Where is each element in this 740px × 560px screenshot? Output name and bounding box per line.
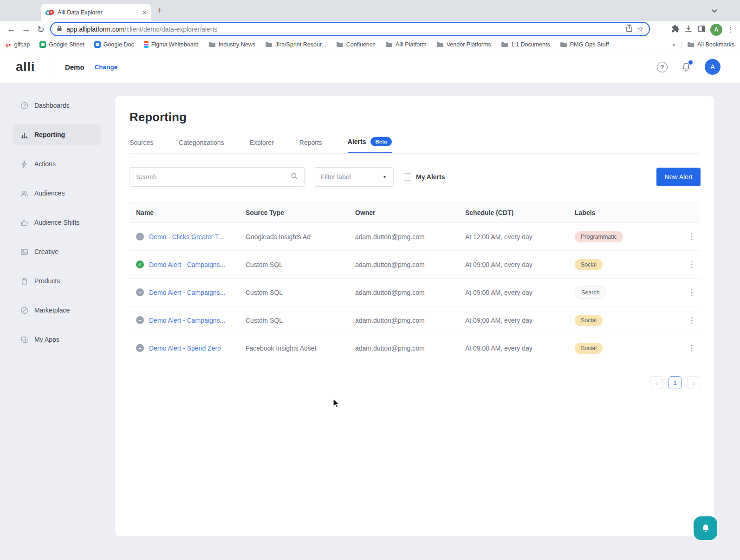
tab-search-chevron-icon[interactable] (711, 7, 718, 15)
tab-reports[interactable]: Reports (299, 139, 322, 153)
compass-icon (20, 306, 28, 314)
col-source-type: Source Type (246, 209, 355, 216)
tab-close-icon[interactable] (143, 8, 147, 16)
bookmark-item[interactable]: Google Doc (94, 41, 134, 48)
side-panel-icon[interactable] (697, 25, 706, 35)
sidebar-item-reporting[interactable]: Reporting (13, 124, 101, 145)
announcements-fab[interactable] (694, 516, 717, 540)
mouse-cursor (332, 398, 341, 410)
gauge-icon (20, 102, 28, 110)
change-client-link[interactable]: Change (95, 64, 118, 71)
my-alerts-checkbox[interactable] (404, 173, 411, 181)
browser-tab[interactable]: 6 Alli Data Explorer (41, 4, 151, 21)
url-bar[interactable]: app.alliplatform.com/client/demo/data-ex… (50, 22, 650, 36)
table-row: Demo Alert - Campaigns... Custom SQL ada… (129, 279, 700, 306)
my-alerts-label: My Alerts (416, 173, 445, 181)
chrome-menu-icon[interactable] (727, 25, 734, 34)
sidebar-item-marketplace[interactable]: Marketplace (13, 300, 101, 321)
prev-page-button[interactable] (650, 376, 663, 389)
label-pill: Social (575, 315, 603, 326)
schedule-cell: At 09:00 AM, every day (465, 261, 575, 268)
divider (681, 41, 682, 48)
all-bookmarks[interactable]: All Bookmarks (687, 41, 734, 48)
bookmark-folder[interactable]: Industry News (208, 41, 255, 48)
sidebar: Dashboards Reporting Actions Audiences A… (0, 83, 115, 560)
filter-label-select[interactable]: Filter label (314, 167, 394, 187)
alert-name-link[interactable]: Demo Alert - Campaigns... (149, 289, 225, 296)
new-tab-button[interactable] (157, 5, 162, 16)
extensions-puzzle-icon[interactable] (671, 25, 680, 35)
search-input[interactable]: Search (130, 167, 305, 187)
folder-icon (436, 41, 444, 47)
forward-button[interactable] (19, 23, 32, 36)
table-row: Demo Alert - Campaigns... Custom SQL ada… (129, 251, 700, 279)
google-doc-icon (94, 41, 101, 48)
sidebar-item-products[interactable]: Products (13, 270, 101, 292)
source-type-cell: Googleads Insights Ad (246, 233, 355, 241)
user-avatar[interactable]: A (705, 59, 721, 75)
share-icon[interactable] (626, 24, 633, 34)
current-page-button[interactable]: 1 (669, 376, 682, 389)
browser-tabstrip: 6 Alli Data Explorer (0, 0, 740, 21)
col-schedule: Schedule (CDT) (465, 209, 575, 216)
search-icon (291, 172, 298, 182)
tab-categorizations[interactable]: Categorizations (179, 139, 224, 153)
downloads-icon[interactable] (684, 25, 693, 35)
bookmark-folder[interactable]: 1:1 Documents (501, 41, 550, 48)
alert-name-link[interactable]: Demo Alert - Campaigns... (149, 261, 225, 268)
bookmark-star-icon[interactable] (637, 25, 643, 33)
table-row: Demo Alert - Campaigns... Custom SQL ada… (129, 306, 700, 334)
owner-cell: adam.dutton@pmg.com (355, 345, 465, 352)
row-actions-menu-icon[interactable] (683, 287, 700, 297)
label-pill: Social (575, 259, 603, 270)
sidebar-item-my-apps[interactable]: My Apps (13, 329, 101, 350)
shopping-bag-icon (20, 277, 28, 285)
sidebar-item-audiences[interactable]: Audiences (13, 182, 101, 204)
folder-icon (385, 41, 393, 47)
bookmark-item[interactable]: Figma Whiteboard (144, 41, 199, 48)
owner-cell: adam.dutton@pmg.com (355, 261, 465, 268)
sidebar-item-actions[interactable]: Actions (13, 153, 101, 175)
back-button[interactable] (5, 23, 18, 36)
row-actions-menu-icon[interactable] (683, 232, 700, 241)
bookmark-folder[interactable]: PMG Ops Stuff (560, 41, 609, 48)
bookmark-item[interactable]: gifcap (6, 41, 30, 48)
bookmark-folder[interactable]: Jira/Sprint Resour... (265, 41, 326, 48)
source-type-cell: Facebook Insights Adset (246, 345, 355, 352)
chrome-profile-avatar[interactable]: A (710, 24, 722, 36)
table-row: Demo - Clicks Greater T... Googleads Ins… (129, 223, 700, 251)
new-alert-button[interactable]: New Alert (656, 168, 701, 186)
bookmark-folder[interactable]: Alli Platform (385, 41, 427, 48)
bookmark-folder[interactable]: Confluence (336, 41, 376, 48)
row-actions-menu-icon[interactable] (683, 343, 700, 353)
row-actions-menu-icon[interactable] (683, 260, 700, 269)
bookmark-folder[interactable]: Vendor Platforms (436, 41, 491, 48)
tab-alerts[interactable]: AlertsBeta (348, 137, 392, 153)
divider (50, 58, 50, 76)
bookmark-item[interactable]: Google Sheet (39, 41, 84, 48)
alli-logo[interactable]: alli (16, 59, 35, 74)
alert-name-link[interactable]: Demo - Clicks Greater T... (149, 233, 224, 241)
alert-name-link[interactable]: Demo Alert - Spend Zero (149, 345, 221, 352)
next-page-button[interactable] (687, 376, 700, 389)
sidebar-item-creative[interactable]: Creative (13, 241, 101, 262)
notifications-bell[interactable] (681, 61, 692, 72)
search-placeholder: Search (136, 173, 291, 181)
help-icon[interactable] (657, 62, 668, 72)
alert-name-link[interactable]: Demo Alert - Campaigns... (149, 317, 225, 324)
tab-explorer[interactable]: Explorer (250, 139, 274, 153)
apps-grid-icon (20, 336, 28, 344)
owner-cell: adam.dutton@pmg.com (355, 317, 465, 324)
sidebar-item-audience-shifts[interactable]: Audience Shifts (13, 212, 101, 233)
source-type-cell: Custom SQL (246, 289, 355, 296)
lock-icon (57, 25, 62, 33)
alli-favicon-icon: 6 (45, 9, 54, 16)
tab-title: Alli Data Explorer (58, 9, 139, 16)
row-actions-menu-icon[interactable] (683, 315, 700, 325)
col-name: Name (136, 209, 246, 216)
reload-button[interactable] (34, 23, 47, 36)
folder-icon (501, 41, 508, 47)
sidebar-item-dashboards[interactable]: Dashboards (13, 95, 101, 116)
tab-sources[interactable]: Sources (130, 139, 153, 153)
bookmarks-overflow-icon[interactable] (672, 41, 675, 48)
